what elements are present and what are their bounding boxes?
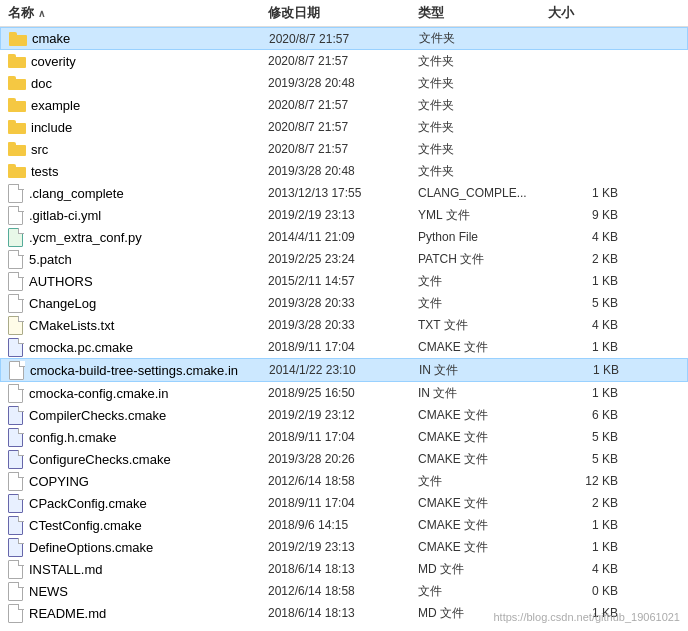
file-name-label: CompilerChecks.cmake xyxy=(29,408,166,423)
file-name-cell: cmocka-build-tree-settings.cmake.in xyxy=(9,361,269,379)
file-date-cell: 2020/8/7 21:57 xyxy=(268,98,418,112)
file-icon xyxy=(8,294,24,312)
cmake-file-icon xyxy=(8,538,24,556)
file-type-cell: 文件夹 xyxy=(418,75,548,92)
table-row[interactable]: .clang_complete 2013/12/13 17:55 CLANG_C… xyxy=(0,182,688,204)
table-row[interactable]: ChangeLog 2019/3/28 20:33 文件 5 KB xyxy=(0,292,688,314)
table-row[interactable]: CPackConfig.cmake 2018/9/11 17:04 CMAKE … xyxy=(0,492,688,514)
file-list: cmake 2020/8/7 21:57 文件夹 coverity 2020/8… xyxy=(0,27,688,624)
table-row[interactable]: coverity 2020/8/7 21:57 文件夹 xyxy=(0,50,688,72)
col-header-type[interactable]: 类型 xyxy=(418,4,548,22)
file-type-cell: 文件 xyxy=(418,583,548,600)
file-icon xyxy=(8,206,24,224)
file-icon xyxy=(8,272,24,290)
file-type-cell: IN 文件 xyxy=(419,362,549,379)
python-file-icon xyxy=(8,228,24,246)
file-name-cell: coverity xyxy=(8,54,268,69)
table-row[interactable]: .gitlab-ci.yml 2019/2/19 23:13 YML 文件 9 … xyxy=(0,204,688,226)
file-date-cell: 2020/8/7 21:57 xyxy=(268,54,418,68)
table-row[interactable]: DefineOptions.cmake 2019/2/19 23:13 CMAK… xyxy=(0,536,688,558)
file-date-cell: 2019/2/19 23:12 xyxy=(268,408,418,422)
file-type-cell: TXT 文件 xyxy=(418,317,548,334)
file-name-label: example xyxy=(31,98,80,113)
file-date-cell: 2020/8/7 21:57 xyxy=(268,142,418,156)
file-type-cell: CMAKE 文件 xyxy=(418,517,548,534)
cmake-file-icon xyxy=(8,428,24,446)
file-size-cell: 1 KB xyxy=(549,363,629,377)
folder-icon xyxy=(8,120,26,134)
file-name-cell: COPYING xyxy=(8,472,268,490)
file-date-cell: 2015/2/11 14:57 xyxy=(268,274,418,288)
file-type-cell: 文件 xyxy=(418,295,548,312)
file-name-cell: include xyxy=(8,120,268,135)
table-row[interactable]: INSTALL.md 2018/6/14 18:13 MD 文件 4 KB xyxy=(0,558,688,580)
sort-arrow-icon: ∧ xyxy=(38,8,45,19)
table-row[interactable]: cmocka-config.cmake.in 2018/9/25 16:50 I… xyxy=(0,382,688,404)
file-date-cell: 2012/6/14 18:58 xyxy=(268,474,418,488)
cmake-file-icon xyxy=(8,406,24,424)
table-row[interactable]: include 2020/8/7 21:57 文件夹 xyxy=(0,116,688,138)
file-type-cell: 文件夹 xyxy=(418,119,548,136)
table-row[interactable]: cmocka-build-tree-settings.cmake.in 2014… xyxy=(0,358,688,382)
table-row[interactable]: CompilerChecks.cmake 2019/2/19 23:12 CMA… xyxy=(0,404,688,426)
cmake-file-icon xyxy=(8,338,24,356)
table-row[interactable]: cmocka.pc.cmake 2018/9/11 17:04 CMAKE 文件… xyxy=(0,336,688,358)
file-name-cell: tests xyxy=(8,164,268,179)
table-row[interactable]: src 2020/8/7 21:57 文件夹 xyxy=(0,138,688,160)
file-name-cell: cmake xyxy=(9,31,269,46)
file-size-cell: 5 KB xyxy=(548,296,628,310)
file-size-cell: 4 KB xyxy=(548,230,628,244)
file-type-cell: 文件夹 xyxy=(418,141,548,158)
file-name-cell: src xyxy=(8,142,268,157)
file-name-cell: cmocka.pc.cmake xyxy=(8,338,268,356)
table-row[interactable]: .ycm_extra_conf.py 2014/4/11 21:09 Pytho… xyxy=(0,226,688,248)
table-row[interactable]: CTestConfig.cmake 2018/9/6 14:15 CMAKE 文… xyxy=(0,514,688,536)
table-row[interactable]: cmake 2020/8/7 21:57 文件夹 xyxy=(0,27,688,50)
folder-icon xyxy=(9,32,27,46)
file-type-cell: CMAKE 文件 xyxy=(418,495,548,512)
file-size-cell: 0 KB xyxy=(548,584,628,598)
table-row[interactable]: example 2020/8/7 21:57 文件夹 xyxy=(0,94,688,116)
file-name-label: .clang_complete xyxy=(29,186,124,201)
file-type-cell: CLANG_COMPLE... xyxy=(418,186,548,200)
table-row[interactable]: COPYING 2012/6/14 18:58 文件 12 KB xyxy=(0,470,688,492)
file-icon xyxy=(8,604,24,622)
table-row[interactable]: ConfigureChecks.cmake 2019/3/28 20:26 CM… xyxy=(0,448,688,470)
file-type-cell: CMAKE 文件 xyxy=(418,339,548,356)
file-date-cell: 2019/2/19 23:13 xyxy=(268,208,418,222)
file-explorer: 名称 ∧ 修改日期 类型 大小 cmake 2020/8/7 21:57 文件夹… xyxy=(0,0,688,624)
file-type-cell: CMAKE 文件 xyxy=(418,407,548,424)
file-name-label: config.h.cmake xyxy=(29,430,116,445)
table-row[interactable]: AUTHORS 2015/2/11 14:57 文件 1 KB xyxy=(0,270,688,292)
table-row[interactable]: doc 2019/3/28 20:48 文件夹 xyxy=(0,72,688,94)
folder-icon xyxy=(8,98,26,112)
file-date-cell: 2019/3/28 20:48 xyxy=(268,164,418,178)
col-header-date[interactable]: 修改日期 xyxy=(268,4,418,22)
cmake-file-icon xyxy=(8,450,24,468)
folder-icon xyxy=(8,164,26,178)
file-name-cell: config.h.cmake xyxy=(8,428,268,446)
file-size-cell: 1 KB xyxy=(548,540,628,554)
file-date-cell: 2018/9/6 14:15 xyxy=(268,518,418,532)
table-row[interactable]: CMakeLists.txt 2019/3/28 20:33 TXT 文件 4 … xyxy=(0,314,688,336)
file-type-cell: PATCH 文件 xyxy=(418,251,548,268)
file-name-cell: DefineOptions.cmake xyxy=(8,538,268,556)
file-name-label: cmocka.pc.cmake xyxy=(29,340,133,355)
file-date-cell: 2018/9/11 17:04 xyxy=(268,430,418,444)
file-size-cell: 9 KB xyxy=(548,208,628,222)
file-date-cell: 2019/3/28 20:26 xyxy=(268,452,418,466)
file-name-cell: 5.patch xyxy=(8,250,268,268)
table-row[interactable]: 5.patch 2019/2/25 23:24 PATCH 文件 2 KB xyxy=(0,248,688,270)
file-name-cell: cmocka-config.cmake.in xyxy=(8,384,268,402)
file-name-label: tests xyxy=(31,164,58,179)
file-type-cell: 文件夹 xyxy=(419,30,549,47)
table-row[interactable]: tests 2019/3/28 20:48 文件夹 xyxy=(0,160,688,182)
file-size-cell: 1 KB xyxy=(548,340,628,354)
file-date-cell: 2019/3/28 20:48 xyxy=(268,76,418,90)
file-size-cell: 4 KB xyxy=(548,318,628,332)
col-header-name[interactable]: 名称 ∧ xyxy=(8,4,268,22)
table-row[interactable]: NEWS 2012/6/14 18:58 文件 0 KB xyxy=(0,580,688,602)
col-header-size[interactable]: 大小 xyxy=(548,4,628,22)
file-size-cell: 2 KB xyxy=(548,252,628,266)
table-row[interactable]: config.h.cmake 2018/9/11 17:04 CMAKE 文件 … xyxy=(0,426,688,448)
